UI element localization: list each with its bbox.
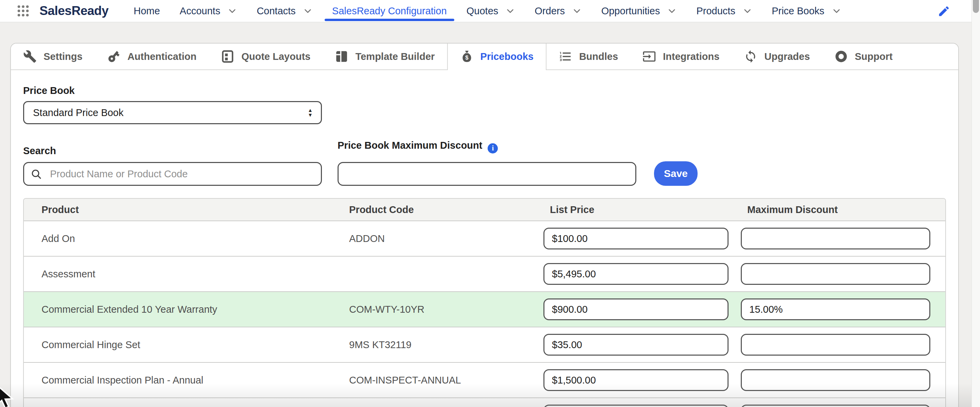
chevron-down-icon [506,6,515,16]
product-name: Add On [24,233,331,244]
table-header-row: Product Product Code List Price Maximum … [24,199,945,221]
max-discount-input[interactable] [741,405,930,407]
tab[interactable]: Settings [11,44,95,70]
list-price-input[interactable] [543,334,729,356]
nav-item-label: Home [134,5,160,17]
max-discount-input[interactable] [741,299,930,320]
column-header-product: Product [24,204,331,215]
nav-item-label: Orders [535,5,565,17]
pricebook-max-discount-input[interactable] [337,162,636,186]
pricebook-table: Product Product Code List Price Maximum … [23,198,946,407]
nav-item[interactable]: Contacts [256,0,312,22]
list-price-input[interactable] [543,263,729,285]
tab-label: Pricebooks [480,51,533,62]
nav-item-label: Opportunities [601,5,660,17]
tab[interactable]: Bundles [546,44,630,70]
chevron-down-icon [743,6,752,16]
page-scrollbar[interactable] [972,0,980,407]
app-brand: SalesReady [40,4,108,18]
save-button[interactable]: Save [654,161,698,186]
tab-label: Support [855,51,892,62]
pricebook-select-label: Price Book [23,85,946,96]
list-price-input[interactable] [543,369,729,391]
table-row: Commercial Inspection Plan - Annual COM-… [24,362,945,397]
tab-label: Quote Layouts [241,51,310,62]
table-row: Commercial Inspection Plan - Semi-Annual… [24,397,945,407]
list-price-input[interactable] [543,299,729,320]
search-field-group: Search [23,145,322,186]
table-body: Add On ADDON Assessment [24,221,945,407]
chevron-down-icon [303,6,312,16]
nav-item[interactable]: Quotes [466,0,515,22]
list-price-input[interactable] [543,405,729,407]
chevron-down-icon [572,6,582,16]
active-nav-underline [325,19,454,21]
max-discount-field-group: Price Book Maximum Discount i [337,140,636,186]
wrench-icon [23,50,37,63]
nav-item-label: Contacts [256,5,295,17]
max-discount-label: Price Book Maximum Discount [337,140,482,151]
nav-item-label: SalesReady Configuration [332,5,447,17]
tab[interactable]: Support [822,44,905,70]
nav-item-label: Quotes [466,5,498,17]
tab[interactable]: Quote Layouts [208,44,323,70]
tab-label: Bundles [579,51,618,62]
search-label: Search [23,145,322,157]
max-discount-input[interactable] [741,263,930,285]
pricebooks-panel: Price Book Standard Price Book ▲▼ Search… [11,85,958,407]
tab[interactable]: Authentication [95,44,208,70]
app-launcher-icon[interactable] [16,4,30,18]
tab[interactable]: Template Builder [323,44,447,70]
pricebook-select[interactable]: Standard Price Book ▲▼ [23,101,322,124]
search-input[interactable] [23,162,322,186]
product-name: Commercial Hinge Set [24,339,331,350]
chevron-down-icon [228,6,237,16]
max-discount-input[interactable] [741,334,930,356]
nav-item-label: Price Books [772,5,824,17]
tab[interactable]: Upgrades [732,44,822,70]
tab[interactable]: Integrations [630,44,732,70]
upgrades-icon [744,50,757,63]
nav-items: Home Accounts Contacts SalesReady Config… [134,0,841,22]
list-price-input[interactable] [543,228,729,250]
max-discount-input[interactable] [741,228,930,250]
scrollbar-thumb[interactable] [973,0,979,13]
product-code: COM-WTY-10YR [331,304,532,315]
tab-label: Template Builder [355,51,434,62]
product-name: Commercial Extended 10 Year Warranty [24,304,331,315]
table-row: Commercial Extended 10 Year Warranty COM… [24,291,945,327]
support-icon [834,50,848,63]
edit-pencil-icon[interactable] [937,5,950,18]
money-bag-icon [460,50,474,63]
table-row: Assessment [24,256,945,291]
nav-item[interactable]: Products [696,0,752,22]
nav-item[interactable]: Accounts [180,0,237,22]
info-icon[interactable]: i [488,143,498,153]
nav-item-label: Accounts [180,5,220,17]
chevron-down-icon [832,6,841,16]
chevron-down-icon [667,6,676,16]
select-stepper-icon: ▲▼ [308,108,313,118]
max-discount-input[interactable] [741,369,930,391]
nav-item[interactable]: Home [134,0,160,22]
product-code: COM-INSPECT-ANNUAL [331,375,532,386]
table-row: Commercial Hinge Set 9MS KT32119 [24,327,945,362]
quote-layouts-icon [221,50,234,63]
config-tabbar: Settings Authentication Quote Layouts Te… [11,44,958,70]
config-card: Settings Authentication Quote Layouts Te… [10,43,959,407]
tab-label: Upgrades [764,51,810,62]
nav-item[interactable]: Orders [535,0,582,22]
search-icon [30,169,42,180]
nav-item[interactable]: Price Books [772,0,841,22]
column-header-maximum-discount: Maximum Discount [730,204,945,215]
tab[interactable]: Pricebooks [447,44,546,70]
tab-label: Integrations [663,51,719,62]
table-row: Add On ADDON [24,221,945,256]
nav-item[interactable]: SalesReady Configuration [332,0,447,22]
nav-item[interactable]: Opportunities [601,0,677,22]
column-header-list-price: List Price [532,204,730,215]
search-discount-row: Search Price Book Maximum Discount i Sav… [23,140,946,186]
column-header-product-code: Product Code [331,204,532,215]
product-code: ADDON [331,233,532,244]
top-navbar: SalesReady Home Accounts Contacts SalesR… [0,0,972,22]
